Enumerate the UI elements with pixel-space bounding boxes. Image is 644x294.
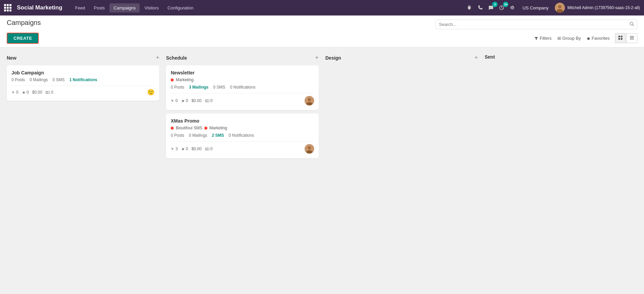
tag-label-marketing2: Marketing (209, 126, 227, 130)
tag-dot-bioutifoul (171, 127, 174, 130)
money-value: $0.00 (32, 90, 42, 95)
topnav-icons: 3 34 US Company Mitchell Admin (17397560… (465, 3, 640, 13)
money-value: $0.00 (192, 146, 202, 151)
card-job-campaign[interactable]: Job Campaign 0 Posts 0 Mailings 0 SMS 1 … (7, 65, 159, 101)
menu-posts[interactable]: Posts (90, 3, 109, 12)
create-button[interactable]: CREATE (7, 33, 39, 44)
stat-posts: 0 Posts (11, 77, 25, 82)
bug-icon[interactable] (465, 4, 473, 12)
topnav-menu: Feed Posts Campaigns Visitors Configurat… (71, 3, 463, 12)
menu-visitors[interactable]: Visitors (140, 3, 163, 12)
filters-button[interactable]: Filters (534, 36, 551, 41)
column-sent: Sent (485, 54, 637, 64)
column-new: New + Job Campaign 0 Posts 0 Mailings 0 … (7, 54, 159, 104)
column-schedule-header: Schedule + (166, 54, 318, 61)
apps-icon[interactable] (4, 4, 11, 11)
search-button[interactable] (627, 20, 637, 29)
favorites-button[interactable]: Favorites (586, 36, 610, 41)
stat-posts: 0 Posts (171, 85, 184, 90)
settings-icon[interactable] (508, 4, 516, 12)
meta-cursor: 0 (11, 90, 19, 95)
card-job-campaign-stats: 0 Posts 0 Mailings 0 SMS 1 Notifications (11, 77, 155, 82)
menu-campaigns[interactable]: Campaigns (109, 3, 140, 12)
stat-sms[interactable]: 2 SMS (212, 133, 224, 138)
meta-cursor: 3 (171, 146, 178, 151)
stat-mailings[interactable]: 3 Mailings (189, 85, 208, 90)
card-job-campaign-title: Job Campaign (11, 70, 155, 75)
clock-icon[interactable]: 34 (498, 4, 506, 12)
stat-sms: 0 SMS (213, 85, 225, 90)
svg-line-5 (633, 25, 634, 26)
views-count: 0 (210, 98, 213, 103)
card-job-campaign-footer: 0 0 $0.00 0 🙂 (11, 86, 155, 96)
header-section: Campaigns CREATE Filters Group By Favori… (0, 15, 644, 47)
search-input[interactable] (436, 20, 627, 29)
chat-badge: 3 (492, 2, 498, 7)
stat-posts: 0 Posts (171, 133, 184, 138)
kanban-area: New + Job Campaign 0 Posts 0 Mailings 0 … (0, 47, 644, 281)
cursor-count: 0 (175, 98, 178, 103)
newsletter-avatar (305, 96, 314, 105)
card-newsletter-tags: Marketing (171, 77, 314, 82)
card-xmas-promo-tags: Bioutifoul SMS Marketing (171, 126, 314, 130)
svg-point-2 (558, 5, 562, 8)
svg-rect-13 (621, 38, 622, 40)
card-newsletter-meta: 0 0 $0.00 0 (171, 98, 212, 103)
stat-mailings: 0 Mailings (189, 133, 207, 138)
column-new-add[interactable]: + (156, 54, 160, 61)
topnav: Social Marketing Feed Posts Campaigns Vi… (0, 0, 644, 15)
column-schedule-add[interactable]: + (315, 54, 319, 61)
tag-dot-marketing (171, 78, 174, 81)
filters-label: Filters (540, 36, 551, 41)
card-job-campaign-meta: 0 0 $0.00 0 (11, 90, 53, 95)
column-design-add[interactable]: + (474, 54, 478, 61)
svg-rect-12 (618, 38, 620, 40)
page-title: Campaigns (7, 19, 41, 27)
xmas-avatar (305, 144, 314, 154)
meta-views: 0 (45, 90, 53, 95)
card-xmas-promo-stats: 0 Posts 0 Mailings 2 SMS 0 Notifications (171, 133, 314, 138)
clock-badge: 34 (503, 2, 508, 7)
stat-mailings: 0 Mailings (30, 77, 48, 82)
list-view-button[interactable] (626, 33, 637, 43)
user-avatar[interactable] (555, 3, 565, 13)
column-design-header: Design + (326, 54, 478, 61)
meta-stars: 0 (22, 90, 29, 95)
meta-stars: 0 (181, 98, 188, 103)
phone-icon[interactable] (476, 4, 484, 12)
money-value: $0.00 (192, 98, 202, 103)
svg-marker-21 (181, 99, 184, 102)
groupby-label: Group By (563, 36, 581, 41)
column-new-header: New + (7, 54, 159, 61)
stars-count: 0 (186, 146, 188, 151)
menu-feed[interactable]: Feed (71, 3, 89, 12)
header-row2: CREATE Filters Group By Favorites (0, 31, 644, 47)
card-newsletter-footer: 0 0 $0.00 0 (171, 93, 314, 105)
svg-rect-11 (621, 36, 622, 37)
card-xmas-promo-footer: 3 0 $0.00 0 (171, 141, 314, 154)
column-schedule-title: Schedule (166, 55, 187, 61)
menu-configuration[interactable]: Configuration (163, 3, 197, 12)
card-xmas-promo[interactable]: XMas Promo Bioutifoul SMS Marketing 0 Po… (166, 113, 318, 158)
card-newsletter[interactable]: Newsletter Marketing 0 Posts 3 Mailings … (166, 65, 318, 110)
kanban-view-button[interactable] (615, 33, 626, 43)
cursor-count: 3 (175, 146, 178, 151)
meta-views: 0 (205, 98, 213, 103)
toolbar-right: Filters Group By Favorites (534, 33, 637, 43)
meta-stars: 0 (181, 146, 188, 151)
meta-money: $0.00 (192, 146, 202, 151)
tag-label-marketing: Marketing (176, 77, 194, 82)
stat-notifications: 0 Notifications (229, 133, 254, 138)
meta-cursor: 0 (171, 98, 178, 103)
header-row1: Campaigns (0, 15, 644, 31)
column-design: Design + (326, 54, 478, 65)
stat-notifications[interactable]: 1 Notifications (69, 77, 97, 82)
column-design-title: Design (326, 55, 341, 61)
groupby-button[interactable]: Group By (557, 36, 581, 41)
toolbar-left: CREATE (7, 33, 39, 44)
svg-rect-10 (618, 36, 620, 37)
favorites-label: Favorites (592, 36, 610, 41)
card-xmas-promo-title: XMas Promo (171, 118, 314, 124)
meta-views: 0 (205, 146, 213, 151)
chat-icon[interactable]: 3 (487, 4, 495, 12)
